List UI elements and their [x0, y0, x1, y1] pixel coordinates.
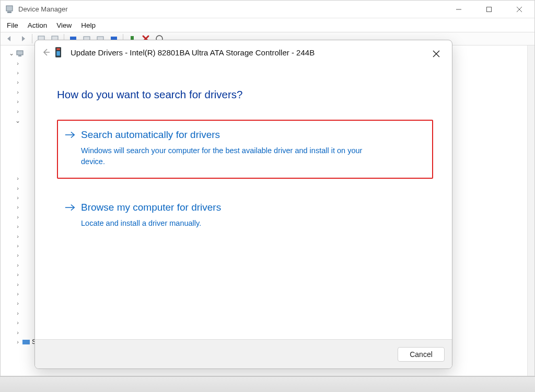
menu-action[interactable]: Action [28, 21, 48, 29]
dialog-footer: Cancel [35, 339, 452, 368]
option-description: Locate and install a driver manually. [81, 218, 374, 229]
chevron-right-icon: › [14, 185, 21, 191]
chevron-right-icon: › [14, 98, 21, 105]
folder-icon [21, 339, 31, 345]
chevron-right-icon: › [14, 291, 21, 297]
svg-rect-0 [6, 6, 13, 11]
chevron-right-icon: › [14, 70, 21, 76]
arrow-right-icon [64, 202, 76, 211]
svg-rect-15 [18, 55, 21, 56]
chevron-right-icon: › [14, 60, 21, 66]
chevron-down-icon: ⌄ [8, 50, 15, 57]
chevron-right-icon: › [14, 204, 21, 210]
chevron-right-icon: › [14, 300, 21, 306]
chevron-right-icon: › [14, 281, 21, 287]
menu-view[interactable]: View [56, 21, 72, 29]
hardware-icon [55, 46, 65, 59]
chevron-right-icon: › [14, 310, 21, 316]
menu-bar: File Action View Help [1, 18, 534, 32]
taskbar[interactable] [0, 376, 535, 392]
dialog-title: Update Drivers - Intel(R) 82801BA Ultra … [71, 48, 315, 57]
option-description: Windows will search your computer for th… [81, 145, 374, 167]
svg-rect-1 [7, 11, 11, 13]
dialog-close-button[interactable] [430, 48, 443, 60]
chevron-right-icon: › [14, 252, 21, 258]
dialog-heading: How do you want to search for drivers? [57, 88, 433, 101]
computer-icon [15, 50, 25, 57]
cancel-button[interactable]: Cancel [398, 347, 445, 362]
chevron-right-icon: › [14, 79, 21, 85]
menu-help[interactable]: Help [81, 21, 96, 29]
window-close-button[interactable] [504, 1, 534, 18]
dialog-header: Update Drivers - Intel(R) 82801BA Ultra … [35, 40, 452, 59]
option-title: Search automatically for drivers [81, 129, 423, 141]
chevron-right-icon: › [14, 89, 21, 95]
chevron-right-icon: › [14, 262, 21, 268]
svg-rect-22 [56, 51, 60, 56]
chevron-right-icon: › [14, 233, 21, 239]
chevron-right-icon: › [14, 329, 21, 336]
chevron-right-icon: › [14, 243, 21, 249]
minimize-button[interactable] [444, 1, 474, 18]
chevron-right-icon: › [14, 339, 21, 345]
svg-rect-16 [22, 340, 30, 344]
dialog-back-button[interactable] [39, 45, 53, 59]
chevron-right-icon: › [14, 319, 21, 326]
vertical-scrollbar[interactable] [527, 45, 534, 376]
menu-file[interactable]: File [7, 21, 18, 29]
nav-back-button[interactable] [4, 33, 15, 44]
app-icon [5, 5, 14, 14]
nav-forward-button[interactable] [17, 33, 29, 44]
svg-rect-14 [17, 51, 23, 55]
svg-rect-21 [56, 48, 60, 50]
update-drivers-dialog: Update Drivers - Intel(R) 82801BA Ultra … [34, 40, 452, 369]
titlebar: Device Manager [1, 1, 534, 18]
option-title: Browse my computer for drivers [81, 202, 423, 214]
window-title: Device Manager [18, 5, 68, 13]
arrow-right-icon [64, 129, 76, 139]
chevron-right-icon: › [14, 271, 21, 278]
chevron-right-icon: › [14, 194, 21, 201]
chevron-right-icon: › [14, 223, 21, 229]
svg-rect-3 [487, 7, 492, 12]
chevron-down-icon: ⌄ [14, 117, 21, 124]
maximize-button[interactable] [474, 1, 504, 18]
option-browse-manually[interactable]: Browse my computer for drivers Locate an… [57, 192, 433, 240]
chevron-right-icon: › [14, 214, 21, 220]
chevron-right-icon: › [14, 108, 21, 114]
chevron-right-icon: › [14, 175, 21, 181]
option-search-automatically[interactable]: Search automatically for drivers Windows… [57, 120, 433, 179]
